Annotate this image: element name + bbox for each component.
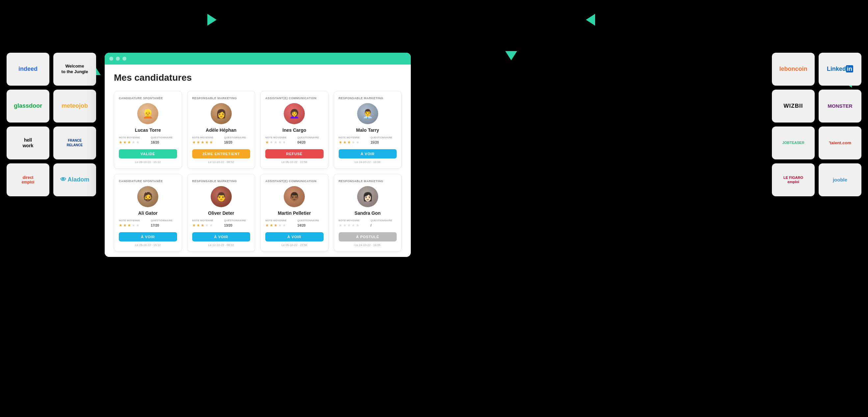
logo-glassdoor[interactable]: glassdoor [7, 90, 50, 122]
stars: ★★★★★ [119, 140, 140, 145]
questionnaire-block: QUESTIONNAIRE 15/20 [371, 136, 397, 145]
card-job-type: RESPONSABLE MARKETING [192, 180, 237, 183]
rating-row: NOTE MOYENNE ★★★★★ QUESTIONNAIRE 18/20 [192, 136, 250, 145]
note-label: NOTE MOYENNE [119, 219, 140, 222]
note-block: NOTE MOYENNE ★★★★★ [119, 219, 145, 228]
card-job-type: ASSISTANT(E) COMMUNICATION [265, 180, 317, 183]
logo-meteojob[interactable]: meteojob [53, 90, 96, 122]
questionnaire-block: QUESTIONNAIRE 17/20 [151, 219, 177, 228]
note-label: NOTE MOYENNE [192, 136, 213, 139]
card-job-type: RESPONSABLE MARKETING [192, 96, 237, 100]
note-block: NOTE MOYENNE ★★★★★ [265, 219, 291, 228]
window-dot-2 [116, 57, 120, 61]
questionnaire-label: QUESTIONNAIRE [371, 136, 392, 139]
candidate-card-ines[interactable]: ASSISTANT(E) COMMUNICATION 👩‍🦱 Ines Carg… [260, 91, 329, 169]
questionnaire-block: QUESTIONNAIRE 13/20 [224, 219, 250, 228]
logo-france-relance[interactable]: FRANCERELANCE [53, 126, 96, 159]
candidate-avatar: 👩‍🦱 [284, 103, 305, 124]
questionnaire-block: QUESTIONNAIRE 18/20 [224, 136, 250, 145]
window-dot-3 [122, 57, 126, 61]
questionnaire-label: QUESTIONNAIRE [297, 219, 319, 222]
questionnaire-block: QUESTIONNAIRE 04/20 [297, 136, 323, 145]
candidate-card-ali[interactable]: CANDIDATURE SPONTANÉE 🧔 Ali Gator NOTE M… [114, 174, 182, 251]
action-button-lucas[interactable]: VALIDÉ [119, 149, 177, 158]
browser-titlebar [105, 53, 411, 65]
stars: ★★★★★ [119, 223, 140, 228]
card-job-type: CANDIDATURE SPONTANÉE [119, 180, 163, 183]
note-block: NOTE MOYENNE ★★★★★ [119, 136, 145, 145]
candidate-card-malo[interactable]: RESPONSABLE MARKETING 👨‍💼 Malo Tarry NOT… [334, 91, 402, 169]
stars: ★★★★★ [339, 140, 360, 145]
note-block: NOTE MOYENNE ★★★★★ [265, 136, 291, 145]
logo-directemploi[interactable]: directemploi [7, 163, 50, 196]
rating-row: NOTE MOYENNE ★★★★★ QUESTIONNAIRE / [339, 219, 397, 228]
logo-leboncoin[interactable]: leboncoin [772, 53, 815, 86]
questionnaire-score: 17/20 [151, 224, 159, 227]
note-label: NOTE MOYENNE [265, 219, 286, 222]
candidate-card-sandra[interactable]: RESPONSABLE MARKETING 👩🏻 Sandra Gon NOTE… [334, 174, 402, 251]
stars: ★★★★★ [192, 140, 213, 145]
left-logo-grid: indeed Welcometo the Jungle glassdoor me… [7, 53, 96, 196]
questionnaire-label: QUESTIONNAIRE [297, 136, 319, 139]
questionnaire-score: 14/20 [297, 224, 306, 227]
questionnaire-score: 15/20 [371, 141, 379, 144]
rating-row: NOTE MOYENNE ★★★★★ QUESTIONNAIRE 14/20 [265, 219, 323, 228]
candidate-avatar: 👩 [211, 103, 232, 124]
candidate-name: Ines Cargo [282, 127, 306, 133]
action-button-sandra[interactable]: À POSTULÉ [339, 232, 397, 241]
candidate-card-adele[interactable]: RESPONSABLE MARKETING 👩 Adèle Héphan NOT… [187, 91, 255, 169]
note-block: NOTE MOYENNE ★★★★★ [339, 136, 365, 145]
questionnaire-label: QUESTIONNAIRE [151, 219, 173, 222]
note-block: NOTE MOYENNE ★★★★★ [192, 136, 218, 145]
candidate-name: Adèle Héphan [206, 127, 236, 133]
logo-linkedin[interactable]: Linkedin [818, 53, 861, 86]
candidate-card-lucas[interactable]: CANDIDATURE SPONTANÉE 👱 Lucas Torre NOTE… [114, 91, 182, 169]
logo-wtj[interactable]: Welcometo the Jungle [53, 53, 96, 86]
candidate-avatar: 👱 [137, 103, 158, 124]
note-block: NOTE MOYENNE ★★★★★ [339, 219, 365, 228]
right-logo-grid: leboncoin Linkedin WIZBII MONSTER JOBTEA… [772, 53, 861, 196]
logo-aladom[interactable]: 👁 Aladom [53, 163, 96, 196]
questionnaire-block: QUESTIONNAIRE / [371, 219, 397, 228]
window-dot-1 [109, 57, 113, 61]
card-job-type: ASSISTANT(E) COMMUNICATION [265, 96, 317, 100]
candidate-avatar: 👨 [211, 186, 232, 207]
card-date: Le 28-10-22 · 15:12 [135, 243, 161, 247]
card-date: Le 12-10-22 · 08:32 [208, 243, 234, 247]
card-job-type: RESPONSABLE MARKETING [339, 96, 383, 100]
logo-monster[interactable]: MONSTER [818, 90, 861, 122]
candidate-name: Lucas Torre [135, 127, 161, 133]
note-label: NOTE MOYENNE [339, 219, 360, 222]
logo-lefigaro[interactable]: LE FIGAROemploi [772, 163, 815, 196]
stars: ★★★★★ [265, 223, 286, 228]
logo-indeed[interactable]: indeed [7, 53, 50, 86]
logo-jobteaser[interactable]: JOBTEASER [772, 126, 815, 159]
logo-wizbii[interactable]: WIZBII [772, 90, 815, 122]
rating-row: NOTE MOYENNE ★★★★★ QUESTIONNAIRE 04/20 [265, 136, 323, 145]
questionnaire-label: QUESTIONNAIRE [224, 136, 246, 139]
card-date: Le 12-10-22 · 08:32 [208, 160, 234, 164]
candidate-card-martin[interactable]: ASSISTANT(E) COMMUNICATION 👨🏾 Martin Pel… [260, 174, 329, 251]
action-button-martin[interactable]: À VOIR [265, 232, 323, 241]
note-label: NOTE MOYENNE [339, 136, 360, 139]
questionnaire-score: 13/20 [224, 224, 232, 227]
action-button-malo[interactable]: À VOIR [339, 149, 397, 158]
questionnaire-label: QUESTIONNAIRE [371, 219, 392, 222]
candidate-name: Ali Gator [138, 210, 158, 216]
action-button-adele[interactable]: 2ÈME ENTRETIENT [192, 149, 250, 158]
questionnaire-block: QUESTIONNAIRE 14/20 [297, 219, 323, 228]
candidate-card-oliver[interactable]: RESPONSABLE MARKETING 👨 Oliver Deter NOT… [187, 174, 255, 251]
action-button-ali[interactable]: À VOIR [119, 232, 177, 241]
candidate-avatar: 🧔 [137, 186, 158, 207]
triangle-right-1 [207, 14, 217, 26]
action-button-oliver[interactable]: À VOIR [192, 232, 250, 241]
card-date: Le 24-10-22 · 16:06 [354, 243, 380, 247]
logo-jooble[interactable]: jooble [818, 163, 861, 196]
browser-content: Mes candidatures CANDIDATURE SPONTANÉE 👱… [105, 65, 411, 257]
questionnaire-score: 04/20 [297, 141, 306, 144]
card-job-type: RESPONSABLE MARKETING [339, 180, 383, 183]
action-button-ines[interactable]: REFUSÉ [265, 149, 323, 158]
logo-hellwork[interactable]: hellwork [7, 126, 50, 159]
card-date: Le 24-10-22 · 16:06 [354, 160, 380, 164]
logo-talent[interactable]: 'talent.com [818, 126, 861, 159]
